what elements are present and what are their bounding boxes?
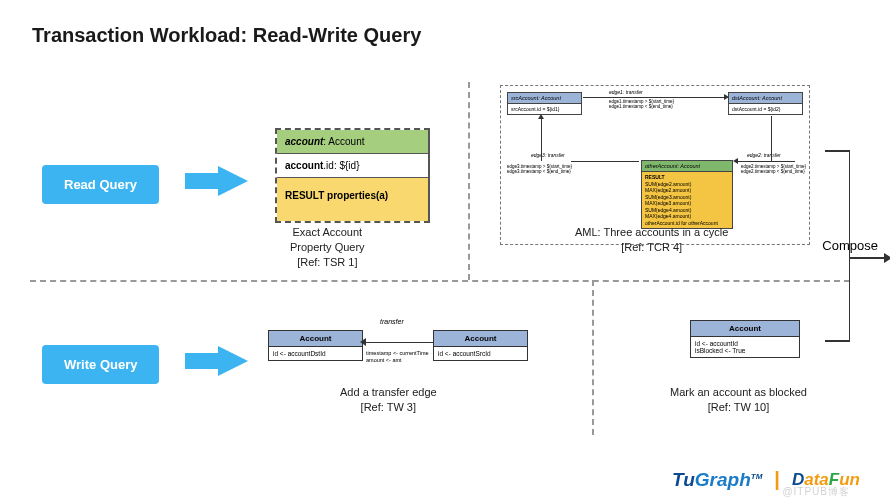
arrow-bar: [185, 353, 220, 369]
arrow-icon: [360, 338, 366, 346]
arrow-icon: [724, 94, 729, 100]
aml-src-box: srcAccount: Account srcAccount.id = ${id…: [507, 92, 582, 115]
aml-result: RESULTSUM(edge2.amount) MAX(edge2.amount…: [642, 172, 732, 228]
mark-caption: Mark an account as blocked [Ref: TW 10]: [670, 385, 807, 415]
edge1-label: edge1: transfer: [609, 89, 643, 95]
horizontal-divider: [30, 280, 850, 282]
separator: |: [774, 468, 780, 491]
edge-line: [363, 342, 433, 343]
account-content: id <- accountId isBlocked <- True: [691, 337, 799, 357]
aml-header: dstAccount: Account: [729, 93, 802, 104]
arrow-icon: [733, 158, 738, 164]
edge-line: [583, 97, 728, 98]
aml-caption: AML: Three accounts in a cycle [Ref: TCR…: [575, 225, 728, 255]
account-header: Account: [691, 321, 799, 337]
edge-line: [541, 116, 542, 161]
aml-content: dstAccount.id = ${id2}: [729, 104, 802, 114]
page-title: Transaction Workload: Read-Write Query: [32, 24, 421, 47]
arrow-icon: [218, 166, 248, 196]
edge3-sub: edge3.timestamp > ${start_time} edge3.ti…: [507, 164, 572, 175]
arrow-bar: [185, 173, 220, 189]
aml-dst-box: dstAccount: Account dstAccount.id = ${id…: [728, 92, 803, 115]
exact-row-type: account: Account: [277, 130, 428, 154]
account-header: Account: [434, 331, 527, 347]
mark-account-box: Account id <- accountId isBlocked <- Tru…: [690, 320, 800, 358]
edge-line: [771, 116, 772, 161]
exact-row-result: RESULT properties(a): [277, 178, 428, 221]
exact-caption: Exact Account Property Query [Ref: TSR 1…: [290, 225, 365, 270]
exact-account-box: account: Account account.id: ${id} RESUL…: [275, 128, 430, 223]
exact-row-id: account.id: ${id}: [277, 154, 428, 178]
aml-header: srcAccount: Account: [508, 93, 581, 104]
transfer-edge-sub: timestamp <- currentTime amount <- amt: [366, 350, 429, 363]
transfer-diagram: Account id <- accountDstId Account id <-…: [268, 320, 528, 380]
transfer-edge-label: transfer: [380, 318, 404, 325]
vertical-divider: [468, 82, 470, 280]
account-dst-box: Account id <- accountDstId: [268, 330, 363, 361]
compose-line: [825, 150, 850, 152]
edge-line: [571, 161, 639, 162]
compose-label: Compose: [822, 238, 878, 253]
account-content: id <- accountSrcId: [434, 347, 527, 360]
aml-diagram: srcAccount: Account srcAccount.id = ${id…: [500, 85, 810, 245]
compose-line: [825, 340, 850, 342]
edge3-label: edge3: transfer: [531, 152, 565, 158]
tugraph-logo: TuGraphTM: [672, 469, 762, 491]
edge-line: [735, 161, 795, 162]
vertical-divider: [592, 280, 594, 435]
edge1-sub: edge1.timestamp > ${start_time} edge1.ti…: [609, 99, 674, 110]
write-query-button: Write Query: [42, 345, 159, 384]
account-content: id <- accountDstId: [269, 347, 362, 360]
aml-other-header: otherAccount: Account: [642, 161, 732, 172]
aml-content: srcAccount.id = ${id1}: [508, 104, 581, 114]
account-header: Account: [269, 331, 362, 347]
account-src-box: Account id <- accountSrcId: [433, 330, 528, 361]
transfer-caption: Add a transfer edge [Ref: TW 3]: [340, 385, 437, 415]
arrow-icon: [218, 346, 248, 376]
arrow-icon: [884, 253, 890, 263]
read-query-button: Read Query: [42, 165, 159, 204]
arrow-icon: [538, 114, 544, 119]
edge2-label: edge2: transfer: [747, 152, 781, 158]
watermark: @ITPUB博客: [782, 485, 850, 499]
aml-other-box: otherAccount: Account RESULTSUM(edge2.am…: [641, 160, 733, 229]
edge2-sub: edge2.timestamp > ${start_time} edge2.ti…: [741, 164, 806, 175]
